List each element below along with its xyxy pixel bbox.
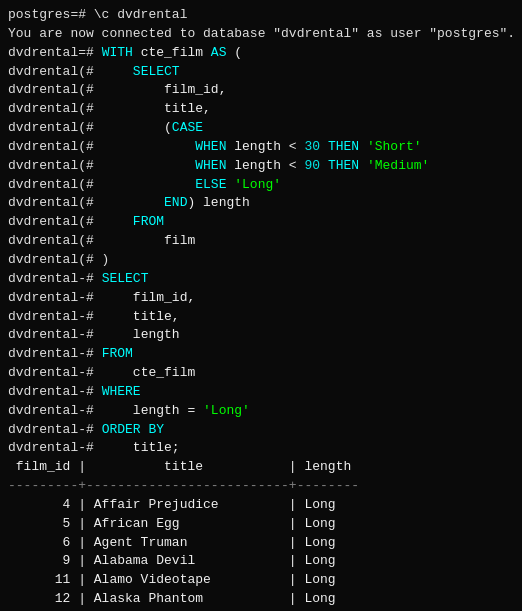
line-3: dvdrental=# WITH cte_film AS ( xyxy=(8,44,514,63)
line-14: dvdrental(# ) xyxy=(8,251,514,270)
line-8: dvdrental(# WHEN length < 30 THEN 'Short… xyxy=(8,138,514,157)
line-1: postgres=# \c dvdrental xyxy=(8,6,514,25)
table-row: 5 | African Egg | Long xyxy=(8,515,514,534)
line-5: dvdrental(# film_id, xyxy=(8,81,514,100)
table-header: film_id | title | length xyxy=(8,458,514,477)
line-23: dvdrental-# ORDER BY xyxy=(8,421,514,440)
line-13: dvdrental(# film xyxy=(8,232,514,251)
line-22: dvdrental-# length = 'Long' xyxy=(8,402,514,421)
table-row: 11 | Alamo Videotape | Long xyxy=(8,571,514,590)
line-16: dvdrental-# film_id, xyxy=(8,289,514,308)
line-2: You are now connected to database "dvdre… xyxy=(8,25,514,44)
line-9: dvdrental(# WHEN length < 90 THEN 'Mediu… xyxy=(8,157,514,176)
table-row: 12 | Alaska Phantom | Long xyxy=(8,590,514,609)
line-21: dvdrental-# WHERE xyxy=(8,383,514,402)
line-10: dvdrental(# ELSE 'Long' xyxy=(8,176,514,195)
terminal[interactable]: postgres=# \c dvdrental You are now conn… xyxy=(0,0,522,611)
line-4: dvdrental(# SELECT xyxy=(8,63,514,82)
line-12: dvdrental(# FROM xyxy=(8,213,514,232)
line-20: dvdrental-# cte_film xyxy=(8,364,514,383)
line-7: dvdrental(# (CASE xyxy=(8,119,514,138)
line-11: dvdrental(# END) length xyxy=(8,194,514,213)
table-row: 6 | Agent Truman | Long xyxy=(8,534,514,553)
line-19: dvdrental-# FROM xyxy=(8,345,514,364)
line-24: dvdrental-# title; xyxy=(8,439,514,458)
line-18: dvdrental-# length xyxy=(8,326,514,345)
line-17: dvdrental-# title, xyxy=(8,308,514,327)
line-6: dvdrental(# title, xyxy=(8,100,514,119)
line-15: dvdrental-# SELECT xyxy=(8,270,514,289)
table-separator: ---------+--------------------------+---… xyxy=(8,477,514,496)
table-row: 9 | Alabama Devil | Long xyxy=(8,552,514,571)
table-row: 4 | Affair Prejudice | Long xyxy=(8,496,514,515)
